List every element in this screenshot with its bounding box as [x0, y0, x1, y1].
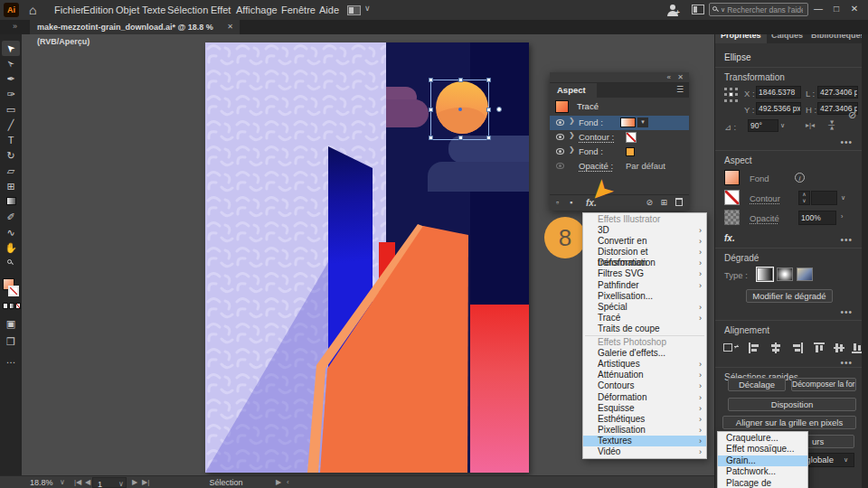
- appearance-fill-row-selected[interactable]: ❯ Fond : ▼: [550, 116, 689, 130]
- menu-item-traits-de-coupe[interactable]: Traits de coupe: [583, 324, 706, 334]
- menu-item-deformation[interactable]: Déformation›: [583, 258, 706, 268]
- stroke-weight-chevron-icon[interactable]: ∨: [841, 194, 845, 202]
- y-field[interactable]: 492.5366 px: [756, 102, 801, 115]
- appearance-fill2-row[interactable]: ❯ Fond :: [550, 145, 689, 159]
- tool-curvature[interactable]: ✑: [2, 87, 20, 102]
- workspace-chevron-icon[interactable]: ∨: [364, 4, 371, 13]
- menu-fichier[interactable]: Fichier: [54, 0, 84, 20]
- menu-item-esquisse[interactable]: Esquisse›: [583, 403, 706, 414]
- selection-bounding-box[interactable]: [430, 80, 489, 140]
- align-top-icon[interactable]: [813, 342, 826, 354]
- reference-point-locator[interactable]: [722, 87, 739, 103]
- menu-selection[interactable]: Sélection: [167, 0, 208, 20]
- x-field[interactable]: 1846.5378: [756, 86, 801, 99]
- flip-vertical-icon[interactable]: ▸|◂: [828, 120, 836, 129]
- stroke-row-label[interactable]: Contour :: [579, 132, 614, 142]
- fill-stroke-indicator[interactable]: [3, 277, 19, 298]
- tool-zoom[interactable]: [2, 256, 20, 271]
- fill2-orange-swatch[interactable]: [626, 147, 635, 156]
- toolbar-collapse-icon[interactable]: »: [13, 22, 17, 31]
- maximize-icon[interactable]: □: [828, 0, 844, 20]
- selection-handle[interactable]: [486, 136, 491, 140]
- link-dimensions-icon[interactable]: ⊘: [848, 109, 856, 121]
- tool-rotate[interactable]: ↻: [2, 148, 20, 164]
- fx-button[interactable]: fx.: [724, 233, 735, 243]
- delete-item-icon[interactable]: [675, 198, 683, 206]
- next-page-icon[interactable]: ▶: [132, 476, 137, 488]
- tool-eyedropper[interactable]: ✐: [2, 210, 20, 225]
- menu-item-textures[interactable]: Textures›: [583, 436, 706, 446]
- collapsed-panel-strip[interactable]: [862, 20, 868, 488]
- flip-horizontal-icon[interactable]: ▸|◂: [806, 121, 815, 129]
- document-tab[interactable]: make-mezzotint-grain_download.ai* @ 18.8…: [30, 20, 240, 34]
- expand-shape-button[interactable]: Décomposer la forme: [791, 378, 856, 391]
- menu-edition[interactable]: Edition: [83, 0, 114, 20]
- gradient-freeform-button[interactable]: [797, 267, 813, 281]
- menu-item-deformation-ps[interactable]: Déformation›: [583, 392, 706, 403]
- collapse-panel-icon[interactable]: «: [667, 73, 671, 81]
- page-number-field[interactable]: 1∨: [92, 477, 127, 488]
- stroke-none-swatch[interactable]: [626, 132, 637, 143]
- close-icon[interactable]: ✕: [846, 0, 863, 20]
- tool-paintbrush[interactable]: ╱: [2, 117, 20, 133]
- fill-swatch[interactable]: [724, 170, 740, 185]
- width-field[interactable]: 427.3406 px: [817, 86, 858, 99]
- align-pixel-grid-button[interactable]: Aligner sur la grille en pixels: [722, 416, 856, 429]
- previous-page-icon[interactable]: ◀: [85, 476, 90, 488]
- menu-item-pixellisation[interactable]: Pixellisation...: [583, 291, 706, 302]
- menu-item-esthetiques[interactable]: Esthétiques›: [583, 414, 706, 425]
- transform-more-icon[interactable]: •••: [840, 137, 853, 147]
- new-fill-icon[interactable]: ▪: [570, 198, 572, 207]
- last-page-icon[interactable]: ▶|: [142, 476, 149, 488]
- gradient-radial-button[interactable]: [777, 267, 793, 281]
- visibility-eye-icon[interactable]: [556, 163, 564, 169]
- arrange-button[interactable]: Disposition: [728, 398, 856, 411]
- submenu-item-effet-mosaique[interactable]: Effet mosaïque...: [718, 444, 807, 455]
- none-button[interactable]: [15, 303, 21, 309]
- menu-objet[interactable]: Objet: [116, 0, 139, 20]
- angle-chevron-icon[interactable]: ∨: [780, 122, 785, 129]
- menu-item-artistiques[interactable]: Artistiques›: [583, 359, 706, 370]
- aspect-more-icon[interactable]: •••: [840, 235, 853, 245]
- home-icon[interactable]: ⌂: [29, 2, 36, 18]
- expand-chevron-icon[interactable]: ❯: [569, 145, 575, 154]
- zoom-level[interactable]: 18.8%: [30, 476, 53, 488]
- tab-close-icon[interactable]: ✕: [227, 20, 233, 34]
- align-center-horizontal-icon[interactable]: [769, 342, 782, 354]
- fill-dropdown-icon[interactable]: ▼: [637, 117, 648, 127]
- menu-item-trace[interactable]: Tracé›: [583, 313, 706, 324]
- fill-gradient-swatch[interactable]: [620, 117, 636, 127]
- tool-selection[interactable]: ➤: [2, 41, 20, 56]
- menu-item-filtres-svg[interactable]: Filtres SVG›: [583, 268, 706, 279]
- selection-handle[interactable]: [429, 136, 433, 140]
- stroke-weight-stepper[interactable]: ∧∨: [798, 191, 810, 205]
- minimize-icon[interactable]: —: [810, 0, 826, 20]
- draw-mode-button[interactable]: ▣: [2, 316, 20, 332]
- menu-item-contours[interactable]: Contours›: [583, 380, 706, 391]
- tool-direct-selection[interactable]: ➢: [2, 56, 20, 71]
- submenu-item-grain[interactable]: Grain...: [718, 455, 807, 466]
- gradient-more-icon[interactable]: •••: [840, 307, 853, 317]
- opacity-field[interactable]: 100%: [798, 211, 836, 225]
- expand-chevron-icon[interactable]: ❯: [569, 131, 575, 139]
- opacity-row-label[interactable]: Opacité :: [579, 161, 613, 171]
- gradient-button[interactable]: [9, 303, 14, 309]
- opacity-swatch[interactable]: [724, 210, 740, 225]
- menu-item-distorsion[interactable]: Distorsion et transformation›: [583, 247, 706, 258]
- tool-hand[interactable]: ✋: [2, 240, 20, 256]
- visibility-eye-icon[interactable]: [556, 119, 564, 126]
- selection-side-handle[interactable]: [496, 107, 502, 112]
- menu-item-special[interactable]: Spécial›: [583, 302, 706, 313]
- appearance-stroke-row[interactable]: ❯ Contour :: [550, 130, 689, 145]
- artboard-tool[interactable]: ❒: [2, 334, 20, 350]
- align-center-vertical-icon[interactable]: [833, 342, 845, 354]
- selection-handle[interactable]: [429, 108, 433, 112]
- tool-gradient[interactable]: [2, 194, 20, 210]
- workspace-switcher-icon[interactable]: [347, 5, 361, 15]
- gradient-linear-button[interactable]: [757, 267, 773, 281]
- align-left-icon[interactable]: [748, 342, 760, 354]
- panel-menu-icon[interactable]: ☰: [676, 85, 684, 94]
- search-input[interactable]: [727, 5, 803, 14]
- status-expand-icon[interactable]: ‹: [287, 476, 289, 488]
- hidden-dropdown-chevron-icon[interactable]: ∨: [844, 456, 848, 464]
